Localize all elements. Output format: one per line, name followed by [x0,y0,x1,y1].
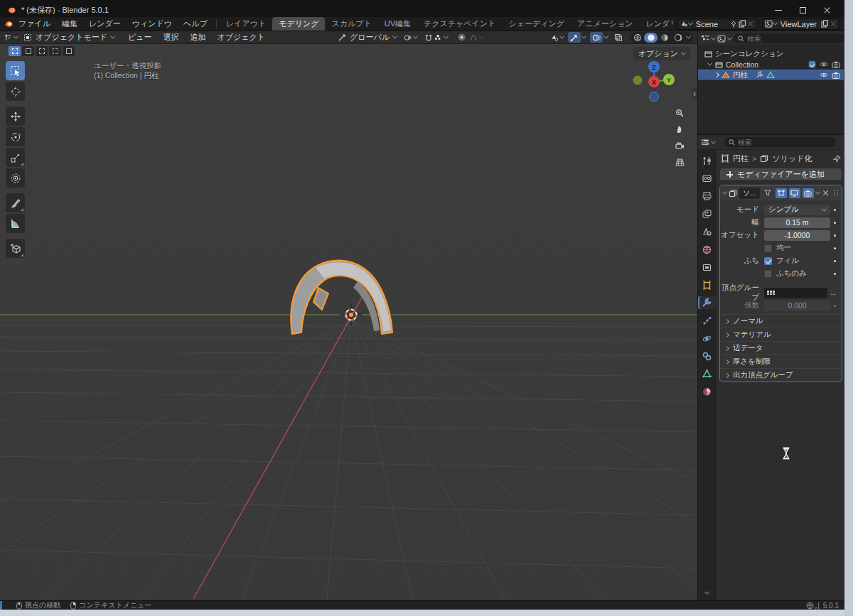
tab-tool[interactable] [698,154,716,167]
modifier-realtime-toggle[interactable] [789,188,800,198]
keyframe-dot[interactable] [830,305,839,307]
collection-expand-icon[interactable] [707,61,712,66]
keyframe-dot[interactable] [830,222,839,224]
select-invert-button[interactable] [49,46,61,56]
keyframe-dot[interactable] [830,209,839,211]
tool-transform[interactable] [6,168,25,188]
tab-shading[interactable]: シェーディング [502,17,571,31]
tab-output[interactable] [698,190,716,202]
menu-add[interactable]: 追加 [186,32,211,43]
rim-fill-checkbox[interactable] [764,257,772,265]
mode-selector[interactable]: オブジェクトモード [33,32,109,43]
minimize-button[interactable] [766,4,790,17]
camera-view-icon[interactable] [673,139,686,152]
row-collection[interactable]: Collection [698,59,844,70]
orientation-selector[interactable]: グローバル [348,32,392,43]
object-render-icon[interactable] [832,71,840,80]
tab-object[interactable] [698,279,716,291]
menu-select[interactable]: 選択 [159,32,184,43]
tool-cursor[interactable] [6,82,25,101]
section-thickness-clamp[interactable]: 厚さを制限 [720,355,842,368]
menu-help[interactable]: ヘルプ [178,17,213,31]
properties-editor-icon[interactable] [701,138,709,146]
pan-hand-icon[interactable] [673,123,686,136]
object-visibility-icon[interactable] [550,33,559,42]
row-object-cylinder[interactable]: 円柱 [698,70,844,80]
tabs-overflow-chevron[interactable] [704,590,709,595]
tab-object-data[interactable] [698,367,716,380]
snap-magnet-icon[interactable] [424,33,433,42]
tab-uv-editing[interactable]: UV編集 [378,17,417,31]
keyframe-dot[interactable] [830,247,839,249]
menu-file[interactable]: ファイル [13,17,56,31]
outliner-editor-icon[interactable] [701,34,709,43]
tab-layout[interactable]: レイアウト [220,17,272,31]
modifier-extras-chevron[interactable] [815,190,820,195]
pivot-point-icon[interactable] [404,33,412,42]
editor-type-icon[interactable] [4,33,13,42]
xray-toggle[interactable] [612,32,625,43]
tab-modifiers[interactable] [698,296,716,309]
tool-annotate[interactable] [6,193,25,212]
proportional-editing-icon[interactable] [455,32,468,43]
panel-collapse-chevron[interactable] [722,190,727,195]
menu-view[interactable]: ビュー [123,32,157,43]
new-scene-icon[interactable] [738,20,746,28]
select-set-button[interactable] [9,46,21,56]
tab-modeling[interactable]: モデリング [272,17,325,31]
zoom-icon[interactable] [673,107,686,119]
tab-physics[interactable] [698,332,716,345]
tool-select-box[interactable] [6,61,25,80]
tool-add-primitive[interactable] [6,239,25,258]
outliner-filter-icon[interactable] [717,34,726,43]
close-button[interactable] [815,4,839,17]
mode-dropdown[interactable]: シンプル [764,205,830,215]
outliner-search-input[interactable] [747,35,841,43]
toggle-perspective-icon[interactable] [673,156,686,168]
menu-window[interactable]: ウィンドウ [127,17,178,31]
show-overlays-toggle[interactable] [590,32,603,43]
blender-menu-icon[interactable] [4,20,13,28]
outliner-search[interactable] [734,33,844,43]
shading-material-button[interactable] [658,33,671,43]
keyframe-dot[interactable] [830,273,839,275]
modifier-name-field[interactable]: ソ... [739,188,760,199]
section-edge-data[interactable]: 辺データ [720,341,842,355]
keyframe-dot[interactable] [830,234,839,237]
properties-search-input[interactable] [738,139,832,146]
tab-texture-paint[interactable]: テクスチャペイント [417,17,502,31]
network-status-icon[interactable]: 2 [806,602,814,610]
snap-target-icon[interactable] [434,33,443,42]
menu-edit[interactable]: 編集 [56,17,83,31]
tab-view-layer[interactable] [698,207,716,220]
sidebar-toggle[interactable]: ‹ [692,88,697,99]
tab-material[interactable] [698,385,716,398]
maximize-button[interactable] [790,4,815,17]
section-materials[interactable]: マテリアル [720,328,842,341]
section-output-vertex-groups[interactable]: 出力頂点グループ [720,368,842,382]
tool-move[interactable] [6,107,25,126]
pin-id-icon[interactable] [832,154,841,163]
collection-render-icon[interactable] [832,60,840,69]
scene-selector[interactable]: Scene [677,18,758,30]
select-extend-button[interactable] [22,46,34,56]
pin-icon[interactable] [729,20,738,28]
menu-object[interactable]: オブジェクト [213,32,271,43]
factor-field[interactable]: 0.000 [764,301,830,311]
tab-collection[interactable] [698,261,716,274]
navigation-gizmo[interactable]: Z X Y [631,60,677,107]
3d-viewport[interactable]: ユーザー・透視投影 (1) Collection | 円柱 オプション [0,44,697,600]
mesh-object-cylinder[interactable] [291,261,392,334]
tab-render[interactable] [698,172,716,185]
tab-world[interactable] [698,243,716,256]
collection-eye-icon[interactable] [820,60,828,69]
modifier-editmode-toggle[interactable] [776,188,787,198]
only-rim-checkbox[interactable] [764,270,772,278]
tab-constraints[interactable] [698,350,716,362]
row-scene-collection[interactable]: シーンコレクション [698,48,844,59]
tab-animation[interactable]: アニメーション [571,17,640,31]
section-normals[interactable]: ノーマル [720,314,842,328]
show-gizmo-toggle[interactable] [568,32,581,43]
breadcrumb-modifier[interactable]: ソリッド化 [772,153,812,164]
tab-sculpting[interactable]: スカルプト [325,17,377,31]
